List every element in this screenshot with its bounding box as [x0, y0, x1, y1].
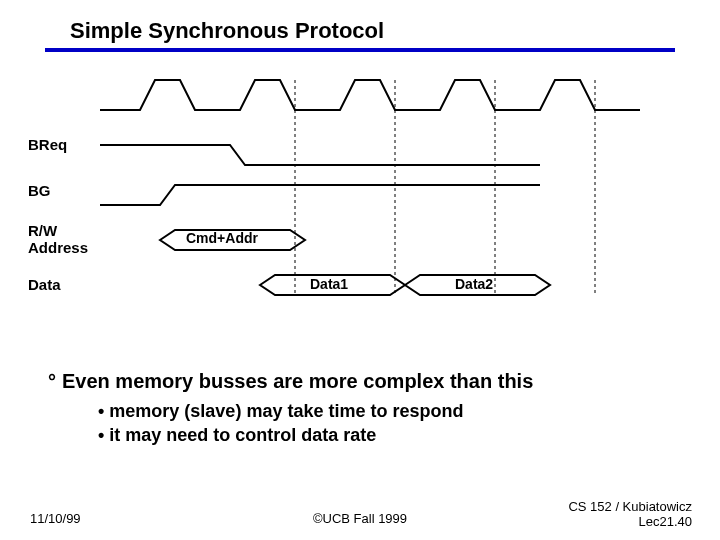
footer-course: CS 152 / Kubiatowicz [568, 499, 692, 514]
footer-lec: Lec21.40 [639, 514, 693, 529]
bubble-data1: Data1 [310, 276, 348, 292]
bullet-sub-1: • memory (slave) may take time to respon… [98, 399, 678, 423]
bubble-data2: Data2 [455, 276, 493, 292]
clock-wave [100, 80, 640, 110]
title-area: Simple Synchronous Protocol [0, 0, 720, 44]
slide-title: Simple Synchronous Protocol [70, 18, 720, 44]
bg-wave [100, 185, 540, 205]
bullet-main: °Even memory busses are more complex tha… [48, 370, 678, 393]
timing-diagram: BReq BG R/W Address Data Cmd+Addr Data1 … [0, 70, 720, 300]
bullet-sub-1-text: memory (slave) may take time to respond [109, 401, 463, 421]
footer-right: CS 152 / Kubiatowicz Lec21.40 [568, 499, 692, 530]
bullet-block: °Even memory busses are more complex tha… [48, 370, 678, 448]
timing-svg [0, 70, 720, 300]
label-data: Data [28, 276, 61, 293]
label-breq: BReq [28, 136, 67, 153]
footer: 11/10/99 ©UCB Fall 1999 CS 152 / Kubiato… [0, 496, 720, 526]
breq-wave [100, 145, 540, 165]
bullet-sub-2-text: it may need to control data rate [109, 425, 376, 445]
title-underline [45, 48, 675, 52]
label-bg: BG [28, 182, 51, 199]
bullet-sub-2: • it may need to control data rate [98, 423, 678, 447]
label-rw: R/W Address [28, 222, 88, 256]
bubble-cmdaddr: Cmd+Addr [186, 230, 258, 246]
bullet-main-text: Even memory busses are more complex than… [62, 370, 533, 392]
